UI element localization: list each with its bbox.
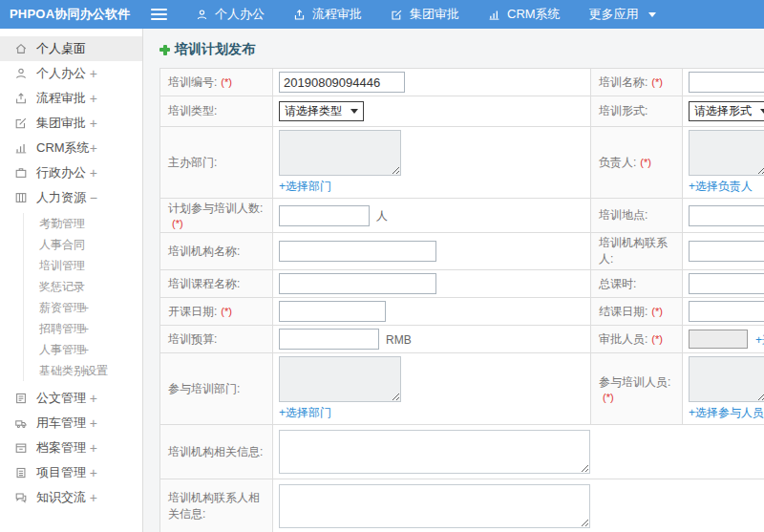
training-number-input[interactable] — [279, 72, 405, 93]
training-mode-select[interactable]: 请选择形式 — [689, 101, 764, 121]
required-mark: (*) — [651, 306, 663, 317]
topmenu-workflow-approval[interactable]: 流程审批 — [293, 6, 362, 23]
planned-count-input[interactable] — [279, 205, 370, 226]
expand-icon[interactable]: + — [90, 165, 97, 181]
row-budget-approver: 培训预算: RMB 审批人员:(*) +选择审批人员 — [160, 326, 764, 353]
host-dept-textarea[interactable] — [279, 130, 401, 176]
sidebar-item-workflow-approval[interactable]: 流程审批 + — [0, 86, 142, 111]
sidebar-item-personal-office[interactable]: 个人办公 + — [0, 61, 142, 86]
sidebar-subitem-recruit-mgmt[interactable]: 招聘管理+ — [24, 318, 142, 339]
upload-icon — [13, 91, 29, 106]
approver-input[interactable] — [689, 330, 748, 349]
training-name-input[interactable] — [689, 72, 764, 93]
topmenu-more-apps[interactable]: 更多应用 — [589, 6, 656, 23]
join-people-textarea[interactable] — [689, 356, 764, 402]
select-approver-link[interactable]: +选择审批人员 — [755, 332, 764, 349]
upload-icon — [293, 9, 306, 21]
unit-suffix: 人 — [376, 209, 388, 223]
plus-icon — [159, 45, 170, 55]
bar-chart-icon — [13, 140, 29, 156]
leader-textarea[interactable] — [689, 130, 764, 176]
field-label: 培训机构联系人: — [599, 236, 668, 266]
collapse-icon[interactable]: − — [90, 190, 97, 205]
expand-icon[interactable]: + — [90, 391, 97, 406]
course-name-input[interactable] — [279, 273, 436, 294]
currency-suffix: RMB — [386, 333, 412, 347]
training-type-select[interactable]: 请选择类型 — [279, 101, 364, 121]
topmenu-personal-office[interactable]: 个人办公 — [196, 6, 265, 23]
sidebar-item-human-resources[interactable]: 人力资源 − — [0, 185, 142, 210]
field-label: 培训地点: — [599, 208, 647, 222]
row-joindept-joinpeople: 参与培训部门: +选择部门 参与培训人员:(*) +选择参与人员 — [160, 353, 764, 425]
start-date-input[interactable] — [279, 301, 386, 322]
briefcase-icon — [13, 165, 29, 181]
expand-icon[interactable]: + — [90, 140, 97, 156]
sidebar-item-personal-desktop[interactable]: 个人桌面 — [0, 36, 142, 61]
expand-icon[interactable]: + — [81, 364, 89, 378]
expand-icon[interactable]: + — [81, 343, 89, 357]
main-content: 培训计划发布 培训编号:(*) 培训名称:(*) 培训类型: 请选择类型 培训形… — [143, 29, 764, 532]
user-icon — [196, 9, 208, 21]
expand-icon[interactable]: + — [90, 490, 97, 505]
row-hostdept-leader: 主办部门: +选择部门 负责人:(*) +选择负责人 — [160, 127, 764, 199]
sidebar-item-vehicle-mgmt[interactable]: 用车管理 + — [0, 411, 142, 436]
expand-icon[interactable]: + — [90, 116, 97, 131]
row-orgname-orgcontact: 培训机构名称: 培训机构联系人: — [160, 233, 764, 270]
expand-icon[interactable]: + — [81, 322, 89, 336]
select-join-dept-link[interactable]: +选择部门 — [279, 405, 331, 421]
page-title: 培训计划发布 — [159, 41, 764, 58]
field-label: 培训名称: — [599, 75, 647, 89]
expand-icon[interactable]: + — [81, 301, 89, 315]
field-label: 结课日期: — [599, 305, 647, 318]
location-input[interactable] — [689, 205, 764, 226]
sidebar-item-project-mgmt[interactable]: 项目管理 + — [0, 460, 142, 485]
join-dept-textarea[interactable] — [279, 356, 401, 402]
hamburger-icon[interactable] — [151, 6, 167, 23]
book-icon — [13, 190, 29, 205]
expand-icon[interactable]: + — [90, 465, 97, 480]
sidebar-subitem-attendance[interactable]: 考勤管理 — [24, 213, 142, 234]
expand-icon[interactable]: + — [90, 91, 97, 106]
topmenu-group-approval[interactable]: 集团审批 — [391, 6, 459, 23]
org-info-textarea[interactable] — [279, 430, 590, 474]
required-mark: (*) — [221, 76, 232, 88]
sidebar-item-knowledge-exchange[interactable]: 知识交流 + — [0, 485, 142, 510]
field-label: 培训机构名称: — [168, 245, 240, 258]
home-icon — [13, 41, 29, 56]
sidebar-subitem-reward-record[interactable]: 奖惩记录 — [24, 276, 142, 297]
sidebar-item-archive-mgmt[interactable]: 档案管理 + — [0, 436, 142, 460]
org-contact-info-textarea[interactable] — [279, 484, 590, 528]
expand-icon[interactable]: + — [90, 415, 97, 431]
org-name-input[interactable] — [279, 241, 436, 262]
file-icon — [13, 391, 29, 406]
row-org-info: 培训机构相关信息: — [160, 425, 764, 479]
sidebar-subitem-personnel-mgmt[interactable]: 人事管理+ — [24, 339, 142, 360]
expand-icon[interactable]: + — [90, 440, 97, 456]
user-icon — [13, 66, 29, 81]
sidebar-item-admin-office[interactable]: 行政办公 + — [0, 160, 142, 185]
clipboard-icon — [13, 465, 29, 480]
field-label: 主办部门: — [168, 156, 217, 169]
topmenu-crm-system[interactable]: CRM系统 — [488, 6, 561, 23]
sidebar-item-document-mgmt[interactable]: 公文管理 + — [0, 386, 142, 411]
select-join-people-link[interactable]: +选择参与人员 — [689, 405, 764, 421]
required-mark: (*) — [651, 76, 663, 88]
row-course-hours: 培训课程名称: 总课时: — [160, 270, 764, 298]
budget-input[interactable] — [279, 329, 379, 350]
total-hours-input[interactable] — [689, 273, 764, 294]
bar-chart-icon — [488, 9, 500, 21]
select-leader-link[interactable]: +选择负责人 — [689, 179, 753, 195]
sidebar-subitem-salary-mgmt[interactable]: 薪资管理+ — [24, 297, 142, 318]
required-mark: (*) — [221, 306, 232, 317]
sidebar-subitem-training-mgmt[interactable]: 培训管理 — [24, 255, 142, 276]
end-date-input[interactable] — [689, 301, 764, 322]
sidebar-item-group-approval[interactable]: 集团审批 + — [0, 111, 142, 136]
org-contact-input[interactable] — [689, 241, 764, 262]
sidebar-subitem-hr-contract[interactable]: 人事合同 — [24, 234, 142, 255]
select-dept-link[interactable]: +选择部门 — [279, 179, 331, 195]
edit-icon — [391, 9, 403, 21]
sidebar-item-crm-system[interactable]: CRM系统 + — [0, 136, 142, 160]
archive-icon — [13, 440, 29, 456]
sidebar-subitem-base-category[interactable]: 基础类别设置+ — [24, 360, 142, 381]
expand-icon[interactable]: + — [90, 66, 97, 81]
